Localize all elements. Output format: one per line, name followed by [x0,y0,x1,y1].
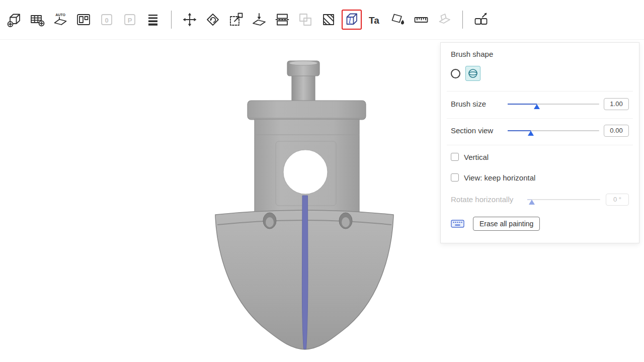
svg-text:0: 0 [105,17,108,24]
measure-icon [413,11,430,28]
brush-size-label: Brush size [451,100,486,108]
section-view-slider[interactable] [508,122,599,140]
brush-shape-options [451,65,629,82]
erase-all-painting-button[interactable]: Erase all painting [473,217,540,231]
panel-divider [447,91,633,92]
rotate-horizontally-row: Rotate horizontally 0 ° [451,191,629,209]
seam-painting-panel: Brush shape Brush size 1.00 Section view… [440,42,639,243]
benchy-window [283,150,328,194]
vertical-option: Vertical [451,150,629,163]
top-toolbar: AUTO 0 P [0,0,644,40]
support-painting-button[interactable] [318,10,339,30]
color-painting-icon [389,11,407,28]
vertical-label: Vertical [464,153,489,161]
seam-painting-icon [343,11,360,28]
cut-button[interactable] [272,10,292,30]
rotate-icon [204,11,221,28]
text-tool-icon: Ta [366,11,383,28]
panel-divider [447,118,633,119]
plate-p-icon: P [121,11,138,28]
brush-size-value[interactable]: 1.00 [604,98,629,110]
panel-divider [447,145,633,145]
svg-text:Ta: Ta [369,15,379,26]
move-button[interactable] [180,10,200,30]
toolbar-separator [462,11,463,29]
move-icon [181,11,198,28]
rotate-horizontally-label: Rotate horizontally [451,195,513,204]
section-view-row: Section view 0.00 [451,122,629,140]
section-view-slider-handle[interactable] [528,131,534,136]
cut-icon [274,11,291,28]
plate-p-button[interactable]: P [120,10,140,30]
plate-0-icon: 0 [98,11,115,28]
rotate-button[interactable] [203,10,223,30]
brush-shape-sphere-option[interactable] [465,66,480,81]
rotate-horizontally-slider [527,191,600,209]
measure-button[interactable] [411,10,431,30]
scale-icon [227,11,245,28]
benchy-hawse-hole-left [263,213,276,229]
arrange-button[interactable] [73,10,94,30]
auto-orient-icon: AUTO [52,11,69,28]
add-plate-button[interactable] [27,10,47,30]
keyboard-shortcuts-icon[interactable] [451,219,464,229]
rotate-horizontally-slider-handle [529,200,535,205]
plate-0-button[interactable]: 0 [97,10,117,30]
place-on-face-button[interactable] [249,10,269,30]
brush-size-slider-handle[interactable] [534,104,540,109]
vertical-checkbox[interactable] [451,153,459,161]
svg-text:AUTO: AUTO [55,13,65,17]
rotate-horizontally-value: 0 ° [606,194,629,206]
section-view-label: Section view [451,126,493,135]
place-on-face-icon [251,11,268,28]
keep-horizontal-checkbox[interactable] [451,173,459,182]
auto-orient-button[interactable]: AUTO [50,10,70,30]
arrange-icon [75,11,92,28]
variable-layer-height-button[interactable] [143,10,163,30]
add-plate-icon [29,11,46,28]
assembly-view-button[interactable] [471,10,491,30]
brush-shape-label: Brush shape [451,50,629,58]
support-painting-icon [320,11,337,28]
add-object-button[interactable] [4,10,24,30]
brush-size-row: Brush size 1.00 [451,95,629,113]
emboss-icon [436,11,453,28]
color-painting-button[interactable] [388,10,408,30]
brush-shape-circle-option[interactable] [451,69,460,78]
brush-size-slider[interactable] [508,95,599,113]
benchy-hawse-hole-right [339,213,352,229]
assembly-view-icon [472,11,490,28]
toolbar-separator [171,11,172,29]
sphere-icon [468,68,478,78]
seam-painting-button[interactable] [342,10,362,30]
variable-layer-height-icon [144,11,162,28]
mesh-boolean-button[interactable] [295,10,315,30]
seam-stripe [302,196,308,349]
svg-text:P: P [128,17,132,24]
mesh-boolean-icon [297,11,314,28]
panel-footer-row: Erase all painting [451,217,629,232]
benchy-model[interactable] [211,57,398,358]
emboss-button[interactable] [434,10,454,30]
text-tool-button[interactable]: Ta [365,10,385,30]
keep-horizontal-label: View: keep horizontal [464,173,535,182]
keep-horizontal-option: View: keep horizontal [451,171,629,184]
add-object-icon [6,11,23,28]
benchy-hull [215,196,393,349]
section-view-value[interactable]: 0.00 [604,125,629,137]
scale-button[interactable] [226,10,246,30]
